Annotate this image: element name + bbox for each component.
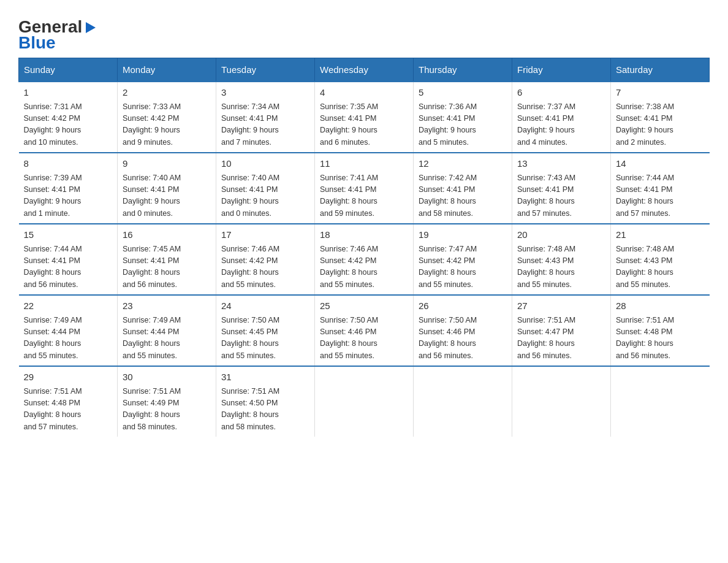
- empty-cell: [414, 366, 512, 437]
- empty-cell: [611, 366, 710, 437]
- week-row-5: 29 Sunrise: 7:51 AMSunset: 4:48 PMDaylig…: [19, 366, 710, 437]
- day-info: Sunrise: 7:34 AMSunset: 4:41 PMDaylight:…: [221, 101, 309, 149]
- day-cell-12: 12 Sunrise: 7:42 AMSunset: 4:41 PMDaylig…: [414, 153, 512, 224]
- empty-cell: [315, 366, 414, 437]
- day-cell-30: 30 Sunrise: 7:51 AMSunset: 4:49 PMDaylig…: [118, 366, 216, 437]
- empty-cell: [512, 366, 611, 437]
- day-header-sunday: Sunday: [19, 58, 118, 82]
- day-cell-27: 27 Sunrise: 7:51 AMSunset: 4:47 PMDaylig…: [512, 295, 611, 366]
- logo: General Blue: [18, 18, 97, 52]
- day-number: 23: [123, 299, 211, 313]
- day-info: Sunrise: 7:42 AMSunset: 4:41 PMDaylight:…: [419, 172, 507, 220]
- day-cell-13: 13 Sunrise: 7:43 AMSunset: 4:41 PMDaylig…: [512, 153, 611, 224]
- day-info: Sunrise: 7:33 AMSunset: 4:42 PMDaylight:…: [123, 101, 211, 149]
- day-header-saturday: Saturday: [611, 58, 710, 82]
- day-info: Sunrise: 7:44 AMSunset: 4:41 PMDaylight:…: [616, 172, 705, 220]
- day-info: Sunrise: 7:49 AMSunset: 4:44 PMDaylight:…: [123, 315, 211, 362]
- day-info: Sunrise: 7:51 AMSunset: 4:48 PMDaylight:…: [616, 315, 705, 362]
- header-row: SundayMondayTuesdayWednesdayThursdayFrid…: [19, 58, 710, 82]
- day-number: 14: [616, 157, 705, 171]
- day-cell-4: 4 Sunrise: 7:35 AMSunset: 4:41 PMDayligh…: [315, 82, 414, 153]
- day-number: 25: [320, 299, 408, 313]
- day-number: 1: [24, 86, 113, 100]
- logo-blue: Blue: [18, 34, 56, 52]
- day-header-tuesday: Tuesday: [216, 58, 315, 82]
- day-number: 26: [419, 299, 507, 313]
- day-number: 18: [320, 228, 408, 242]
- day-number: 7: [616, 86, 705, 100]
- day-header-monday: Monday: [118, 58, 216, 82]
- day-info: Sunrise: 7:45 AMSunset: 4:41 PMDaylight:…: [123, 243, 211, 291]
- day-info: Sunrise: 7:40 AMSunset: 4:41 PMDaylight:…: [123, 172, 211, 220]
- day-cell-26: 26 Sunrise: 7:50 AMSunset: 4:46 PMDaylig…: [414, 295, 512, 366]
- page-header: General Blue: [18, 12, 710, 52]
- day-number: 27: [517, 299, 605, 313]
- day-cell-17: 17 Sunrise: 7:46 AMSunset: 4:42 PMDaylig…: [216, 224, 315, 295]
- day-header-friday: Friday: [512, 58, 611, 82]
- day-info: Sunrise: 7:51 AMSunset: 4:50 PMDaylight:…: [221, 386, 309, 434]
- week-row-3: 15 Sunrise: 7:44 AMSunset: 4:41 PMDaylig…: [19, 224, 710, 295]
- day-cell-18: 18 Sunrise: 7:46 AMSunset: 4:42 PMDaylig…: [315, 224, 414, 295]
- day-info: Sunrise: 7:48 AMSunset: 4:43 PMDaylight:…: [517, 243, 605, 291]
- day-number: 20: [517, 228, 605, 242]
- day-cell-6: 6 Sunrise: 7:37 AMSunset: 4:41 PMDayligh…: [512, 82, 611, 153]
- week-row-4: 22 Sunrise: 7:49 AMSunset: 4:44 PMDaylig…: [19, 295, 710, 366]
- week-row-2: 8 Sunrise: 7:39 AMSunset: 4:41 PMDayligh…: [19, 153, 710, 224]
- day-info: Sunrise: 7:36 AMSunset: 4:41 PMDaylight:…: [419, 101, 507, 149]
- day-info: Sunrise: 7:44 AMSunset: 4:41 PMDaylight:…: [24, 243, 113, 291]
- day-number: 4: [320, 86, 408, 100]
- day-info: Sunrise: 7:50 AMSunset: 4:46 PMDaylight:…: [320, 315, 408, 362]
- week-row-1: 1 Sunrise: 7:31 AMSunset: 4:42 PMDayligh…: [19, 82, 710, 153]
- day-cell-25: 25 Sunrise: 7:50 AMSunset: 4:46 PMDaylig…: [315, 295, 414, 366]
- day-info: Sunrise: 7:40 AMSunset: 4:41 PMDaylight:…: [221, 172, 309, 220]
- day-info: Sunrise: 7:41 AMSunset: 4:41 PMDaylight:…: [320, 172, 408, 220]
- day-number: 15: [24, 228, 113, 242]
- day-info: Sunrise: 7:50 AMSunset: 4:46 PMDaylight:…: [419, 315, 507, 362]
- day-info: Sunrise: 7:46 AMSunset: 4:42 PMDaylight:…: [221, 243, 309, 291]
- day-cell-24: 24 Sunrise: 7:50 AMSunset: 4:45 PMDaylig…: [216, 295, 315, 366]
- day-number: 6: [517, 86, 605, 100]
- day-number: 21: [616, 228, 705, 242]
- calendar-body: 1 Sunrise: 7:31 AMSunset: 4:42 PMDayligh…: [19, 82, 710, 437]
- calendar-header: SundayMondayTuesdayWednesdayThursdayFrid…: [19, 58, 710, 82]
- svg-marker-0: [86, 22, 96, 33]
- day-info: Sunrise: 7:31 AMSunset: 4:42 PMDaylight:…: [24, 101, 113, 149]
- day-number: 19: [419, 228, 507, 242]
- day-cell-16: 16 Sunrise: 7:45 AMSunset: 4:41 PMDaylig…: [118, 224, 216, 295]
- day-info: Sunrise: 7:51 AMSunset: 4:48 PMDaylight:…: [24, 386, 113, 434]
- day-info: Sunrise: 7:43 AMSunset: 4:41 PMDaylight:…: [517, 172, 605, 220]
- day-info: Sunrise: 7:38 AMSunset: 4:41 PMDaylight:…: [616, 101, 705, 149]
- day-number: 28: [616, 299, 705, 313]
- day-cell-14: 14 Sunrise: 7:44 AMSunset: 4:41 PMDaylig…: [611, 153, 710, 224]
- day-cell-19: 19 Sunrise: 7:47 AMSunset: 4:42 PMDaylig…: [414, 224, 512, 295]
- day-number: 11: [320, 157, 408, 171]
- day-number: 12: [419, 157, 507, 171]
- day-cell-10: 10 Sunrise: 7:40 AMSunset: 4:41 PMDaylig…: [216, 153, 315, 224]
- day-number: 24: [221, 299, 309, 313]
- day-cell-23: 23 Sunrise: 7:49 AMSunset: 4:44 PMDaylig…: [118, 295, 216, 366]
- day-cell-5: 5 Sunrise: 7:36 AMSunset: 4:41 PMDayligh…: [414, 82, 512, 153]
- day-cell-2: 2 Sunrise: 7:33 AMSunset: 4:42 PMDayligh…: [118, 82, 216, 153]
- day-info: Sunrise: 7:51 AMSunset: 4:49 PMDaylight:…: [123, 386, 211, 434]
- day-info: Sunrise: 7:51 AMSunset: 4:47 PMDaylight:…: [517, 315, 605, 362]
- day-info: Sunrise: 7:37 AMSunset: 4:41 PMDaylight:…: [517, 101, 605, 149]
- day-number: 17: [221, 228, 309, 242]
- day-cell-29: 29 Sunrise: 7:51 AMSunset: 4:48 PMDaylig…: [19, 366, 118, 437]
- day-number: 9: [123, 157, 211, 171]
- calendar-table: SundayMondayTuesdayWednesdayThursdayFrid…: [18, 58, 710, 437]
- day-cell-28: 28 Sunrise: 7:51 AMSunset: 4:48 PMDaylig…: [611, 295, 710, 366]
- day-cell-20: 20 Sunrise: 7:48 AMSunset: 4:43 PMDaylig…: [512, 224, 611, 295]
- day-cell-1: 1 Sunrise: 7:31 AMSunset: 4:42 PMDayligh…: [19, 82, 118, 153]
- day-cell-9: 9 Sunrise: 7:40 AMSunset: 4:41 PMDayligh…: [118, 153, 216, 224]
- day-cell-7: 7 Sunrise: 7:38 AMSunset: 4:41 PMDayligh…: [611, 82, 710, 153]
- day-info: Sunrise: 7:49 AMSunset: 4:44 PMDaylight:…: [24, 315, 113, 362]
- day-number: 16: [123, 228, 211, 242]
- day-number: 13: [517, 157, 605, 171]
- day-info: Sunrise: 7:39 AMSunset: 4:41 PMDaylight:…: [24, 172, 113, 220]
- day-number: 29: [24, 370, 113, 385]
- day-header-wednesday: Wednesday: [315, 58, 414, 82]
- day-cell-11: 11 Sunrise: 7:41 AMSunset: 4:41 PMDaylig…: [315, 153, 414, 224]
- day-number: 30: [123, 370, 211, 385]
- logo-arrow-icon: [83, 21, 97, 34]
- day-info: Sunrise: 7:47 AMSunset: 4:42 PMDaylight:…: [419, 243, 507, 291]
